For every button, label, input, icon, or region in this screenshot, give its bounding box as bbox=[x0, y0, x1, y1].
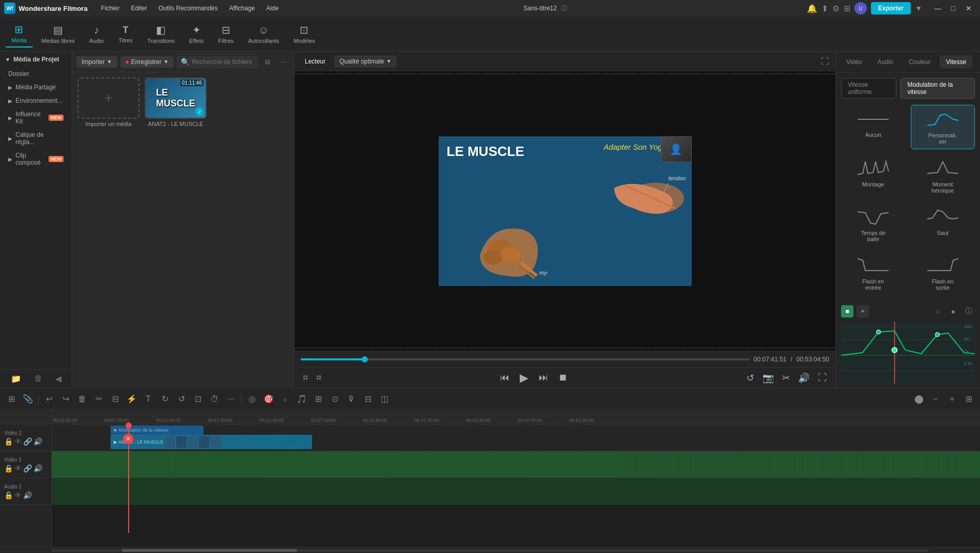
add-media-item[interactable]: + Importer un média bbox=[77, 77, 139, 127]
search-input[interactable] bbox=[192, 58, 254, 66]
video2-link-icon[interactable]: 🔗 bbox=[23, 437, 32, 446]
tl-undo-icon[interactable]: ↩ bbox=[42, 392, 56, 406]
tl-adjust-icon[interactable]: ⊡ bbox=[191, 392, 205, 406]
preview-fullscreen-icon[interactable]: ⛶ bbox=[821, 57, 829, 66]
tl-delete-icon[interactable]: 🗑 bbox=[75, 392, 89, 406]
sidebar-item-dossier[interactable]: Dossier bbox=[0, 67, 72, 81]
tl-motion-icon[interactable]: 🎯 bbox=[261, 392, 276, 406]
video2-lock-icon[interactable]: 🔒 bbox=[4, 437, 13, 446]
import-button[interactable]: Importer ▼ bbox=[76, 56, 117, 68]
menu-aide[interactable]: Aide bbox=[261, 3, 284, 14]
tl-chroma-icon[interactable]: ⊙ bbox=[328, 392, 342, 406]
video2-track[interactable]: ■ Modulation de la vitesse ▶ ANAT2 - LE … bbox=[52, 424, 980, 451]
user-avatar[interactable]: U bbox=[854, 2, 867, 14]
fullscreen-icon[interactable]: ⛶ bbox=[816, 370, 829, 385]
sidebar-item-influence-kit[interactable]: ▶ Influence Kit NEW bbox=[0, 107, 72, 128]
close-button[interactable]: ✕ bbox=[961, 1, 976, 15]
tl-plus-icon[interactable]: + bbox=[945, 392, 959, 406]
notification-icon[interactable]: 🔔 bbox=[807, 4, 817, 13]
tl-snap-icon[interactable]: ⊟ bbox=[361, 392, 375, 406]
tab-vitesse[interactable]: Vitesse bbox=[940, 56, 972, 68]
quality-selector[interactable]: Qualité optimale ▼ bbox=[335, 56, 396, 67]
toolbar-media-libres[interactable]: ▤ Médias libres bbox=[35, 21, 81, 47]
speed-option-temps-balle[interactable]: Temps deballe bbox=[841, 203, 906, 246]
video1-eye-icon[interactable]: 👁 bbox=[14, 464, 22, 472]
tl-more-icon[interactable]: ··· bbox=[224, 392, 238, 406]
export-button[interactable]: Exporter bbox=[871, 2, 911, 14]
record-button[interactable]: ● Enregistrer ▼ bbox=[120, 56, 174, 68]
skip-forward-icon[interactable]: ⏭ bbox=[537, 370, 550, 385]
sidebar-item-media-partage[interactable]: ▶ Média Partagé bbox=[0, 81, 72, 94]
volume-icon[interactable]: 🔊 bbox=[796, 370, 812, 386]
video1-track[interactable]: /* waveform rendered via JS below */ bbox=[52, 451, 980, 478]
grid-icon[interactable]: ⊞ bbox=[844, 4, 850, 13]
add-media-thumb[interactable]: + bbox=[77, 77, 139, 119]
video1-lock-icon[interactable]: 🔒 bbox=[4, 464, 13, 472]
sidebar-item-clip-compose[interactable]: ▶ Clip composé NEW bbox=[0, 149, 72, 169]
tl-minus-icon[interactable]: − bbox=[928, 392, 943, 406]
collapse-panel-icon[interactable]: ◀ bbox=[55, 374, 61, 384]
tl-compound-icon[interactable]: ⊞ bbox=[311, 392, 325, 406]
sidebar-item-environnement[interactable]: ▶ Environnement... bbox=[0, 94, 72, 107]
tl-attach-icon[interactable]: 📎 bbox=[21, 392, 35, 406]
tab-couleur[interactable]: Couleur bbox=[903, 56, 937, 68]
add-folder-icon[interactable]: 📁 bbox=[11, 374, 21, 384]
video2-clip[interactable]: ▶ ANAT2 - LE MUSCLE bbox=[111, 435, 312, 449]
menu-fichier[interactable]: Fichier bbox=[96, 3, 125, 14]
graph-sparkle-btn[interactable]: ✦ bbox=[857, 305, 869, 318]
toolbar-media[interactable]: ⊞ Média bbox=[5, 20, 33, 48]
audio1-eye-icon[interactable]: 👁 bbox=[14, 491, 22, 499]
snapshot-icon[interactable]: 📷 bbox=[760, 370, 776, 386]
tab-audio[interactable]: Audio bbox=[871, 56, 899, 68]
filter-icon[interactable]: ⊟ bbox=[261, 55, 274, 69]
preview-scrubber[interactable] bbox=[362, 356, 368, 362]
subtab-vitesse-uniforme[interactable]: Vitesse uniforme bbox=[841, 78, 896, 99]
toolbar-titres[interactable]: T Titres bbox=[112, 22, 139, 46]
tl-record-icon[interactable]: ⬤ bbox=[912, 392, 926, 406]
video1-link-icon[interactable]: 🔗 bbox=[23, 464, 32, 472]
preview-progress-bar[interactable] bbox=[301, 358, 750, 360]
media-clip-item[interactable]: LEMUSCLE 01:11:46 ✓ ANAT2 - LE MUSCLE bbox=[145, 77, 207, 127]
graph-dot-icon[interactable]: ● bbox=[947, 305, 959, 318]
menu-affichage[interactable]: Affichage bbox=[224, 3, 260, 14]
menu-editer[interactable]: Editer bbox=[126, 3, 152, 14]
tl-rotate-icon[interactable]: ↻ bbox=[158, 392, 172, 406]
export-dropdown-icon[interactable]: ▼ bbox=[915, 4, 922, 12]
more-options-icon[interactable]: ··· bbox=[276, 55, 290, 69]
speed-option-personnaliser[interactable]: Personnali-ser bbox=[911, 105, 975, 149]
speed-option-flash-sortie[interactable]: Flash ensortie bbox=[911, 251, 975, 295]
tl-ripple-icon[interactable]: ◫ bbox=[377, 392, 392, 406]
scrollbar-track[interactable] bbox=[52, 549, 928, 552]
timeline-main[interactable]: 00:02:30:00 00:07:30:00 00:12:30:00 00:1… bbox=[52, 410, 980, 547]
scrollbar-thumb[interactable] bbox=[122, 549, 297, 552]
tl-redo-icon[interactable]: ↪ bbox=[58, 392, 73, 406]
tl-effect-icon[interactable]: ◎ bbox=[245, 392, 259, 406]
tl-text-icon[interactable]: T bbox=[141, 392, 155, 406]
minimize-button[interactable]: — bbox=[930, 1, 945, 15]
tl-add-track-icon[interactable]: ⊞ bbox=[4, 392, 19, 406]
loop-icon[interactable]: ↺ bbox=[744, 370, 756, 386]
maximize-button[interactable]: □ bbox=[946, 1, 960, 15]
play-button[interactable]: ▶ bbox=[518, 369, 531, 387]
tl-split-icon[interactable]: ⚡ bbox=[125, 392, 139, 406]
tl-audio-icon[interactable]: 🎵 bbox=[294, 392, 309, 406]
speed-option-aucun[interactable]: Aucun bbox=[841, 105, 906, 149]
graph-circle-icon[interactable]: ○ bbox=[931, 305, 944, 318]
audio1-link-icon[interactable]: 🔊 bbox=[23, 491, 32, 499]
graph-color-btn[interactable]: ■ bbox=[841, 305, 853, 318]
preview-tab-lecteur[interactable]: Lecteur bbox=[301, 56, 330, 67]
toolbar-effets[interactable]: ✦ Effets bbox=[183, 21, 210, 47]
split-icon[interactable]: ✂ bbox=[780, 370, 792, 386]
sidebar-item-calque[interactable]: ▶ Calque de régla... bbox=[0, 128, 72, 149]
settings-icon[interactable]: ⚙ bbox=[832, 4, 839, 13]
toolbar-modeles[interactable]: ⊡ Modèles bbox=[287, 21, 321, 47]
tl-duration-icon[interactable]: ⏱ bbox=[207, 392, 222, 406]
tl-trim-icon[interactable]: ⊟ bbox=[108, 392, 122, 406]
video2-volume-icon[interactable]: 🔊 bbox=[34, 437, 42, 446]
skip-back-icon[interactable]: ⏮ bbox=[498, 370, 511, 385]
tab-video[interactable]: Vidéo bbox=[840, 56, 868, 68]
graph-info-icon[interactable]: ⓘ bbox=[962, 305, 975, 318]
video1-volume-icon[interactable]: 🔊 bbox=[34, 464, 42, 472]
toolbar-transitions[interactable]: ◧ Transitions bbox=[141, 21, 181, 47]
toolbar-filtres[interactable]: ⊟ Filtres bbox=[212, 21, 240, 47]
